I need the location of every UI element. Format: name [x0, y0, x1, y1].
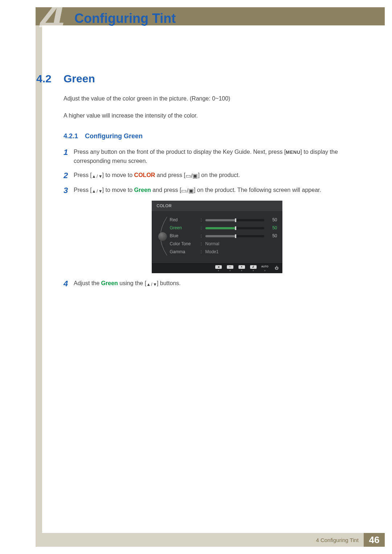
- osd-value: 50: [267, 217, 277, 223]
- colon: :: [200, 233, 203, 239]
- menu-button-label: MENU: [286, 149, 300, 155]
- color-keyword: COLOR: [134, 172, 155, 178]
- step-number: 4: [64, 279, 74, 288]
- osd-minus-icon: −▾: [224, 264, 236, 273]
- osd-value: 50: [267, 233, 277, 239]
- text: ] buttons.: [157, 280, 181, 286]
- osd-label: Blue: [170, 233, 197, 239]
- osd-value: 50: [267, 225, 277, 231]
- palette-icon: [158, 232, 167, 241]
- subsection-title: Configuring Green: [85, 132, 143, 140]
- osd-power-icon: ⏻: [271, 264, 282, 273]
- footer-page-number: 46: [364, 533, 385, 547]
- osd-enter-icon: ↲▾: [248, 264, 259, 273]
- enter-icon: ▭/▣: [185, 172, 198, 181]
- osd-row-gamma: Gamma : Mode1: [170, 248, 277, 256]
- osd-screenshot: COLOR Red : 50 Green: [152, 201, 282, 273]
- osd-auto-icon: AUTO▾: [259, 264, 271, 273]
- left-rail: [36, 25, 42, 533]
- osd-slider: [205, 219, 264, 221]
- footer-label: 4 Configuring Tint: [316, 537, 359, 543]
- text: Press [: [74, 187, 92, 193]
- text: using the [: [118, 280, 146, 286]
- up-down-icon: ▲ / ▼: [92, 188, 102, 195]
- step-1: 1 Press any button on the front of the p…: [64, 148, 370, 166]
- text: ] to move to: [102, 172, 134, 178]
- colon: :: [200, 249, 203, 255]
- text: ] on the product. The following screen w…: [194, 187, 321, 193]
- osd-row-blue: Blue : 50: [170, 232, 277, 240]
- step-number: 2: [64, 171, 74, 180]
- osd-slider: [205, 227, 264, 229]
- chapter-title: Configuring Tint: [74, 11, 176, 26]
- osd-label: Green: [170, 225, 197, 231]
- step-text: Press [▲ / ▼] to move to COLOR and press…: [74, 171, 370, 181]
- enter-icon: ▭/▣: [181, 186, 193, 196]
- osd-text-value: Mode1: [205, 249, 264, 255]
- subsection-heading: 4.2.1 Configuring Green: [64, 131, 370, 141]
- footer-bar: 4 Configuring Tint 46: [36, 533, 385, 547]
- text: and press [: [151, 187, 181, 193]
- step-number: 3: [64, 186, 74, 195]
- osd-label: Red: [170, 217, 197, 223]
- osd-footer: ◂▾ −▾ +▾ ↲▾ AUTO▾ ⏻: [152, 263, 282, 273]
- osd-label: Gamma: [170, 249, 197, 255]
- text: and press [: [155, 172, 185, 178]
- step-3: 3 Press [▲ / ▼] to move to Green and pre…: [64, 186, 370, 196]
- intro-line-1: Adjust the value of the color green in t…: [64, 94, 370, 103]
- osd-label: Color Tone: [170, 241, 197, 247]
- green-keyword: Green: [101, 280, 118, 286]
- osd-plus-icon: +▾: [236, 264, 248, 273]
- osd-row-green: Green : 50: [170, 224, 277, 232]
- step-2: 2 Press [▲ / ▼] to move to COLOR and pre…: [64, 171, 370, 181]
- section-number: 4.2: [36, 73, 52, 85]
- section-title: Green: [64, 73, 95, 85]
- body-content: Adjust the value of the color green in t…: [64, 94, 370, 294]
- colon: :: [200, 217, 203, 223]
- step-4: 4 Adjust the Green using the [▲ / ▼] but…: [64, 279, 370, 288]
- step-text: Press [▲ / ▼] to move to Green and press…: [74, 186, 370, 196]
- osd-side-icon: [157, 216, 170, 256]
- text: ] on the product.: [198, 172, 240, 178]
- subsection-number: 4.2.1: [64, 132, 78, 140]
- text: Adjust the: [74, 280, 101, 286]
- step-text: Press any button on the front of the pro…: [74, 148, 370, 166]
- colon: :: [200, 241, 203, 247]
- up-down-icon: ▲ / ▼: [92, 173, 102, 180]
- osd-row-colortone: Color Tone : Normal: [170, 240, 277, 248]
- osd-rows: Red : 50 Green : 50 Blue :: [170, 216, 277, 256]
- text: ] to move to: [102, 187, 134, 193]
- osd-title: COLOR: [152, 201, 282, 211]
- up-down-icon: ▲ / ▼: [146, 281, 157, 288]
- text: Press any button on the front of the pro…: [74, 149, 286, 155]
- colon: :: [200, 225, 203, 231]
- step-number: 1: [64, 148, 74, 157]
- osd-row-red: Red : 50: [170, 216, 277, 224]
- chapter-number: 4: [40, 0, 64, 40]
- osd-text-value: Normal: [205, 241, 264, 247]
- osd-back-icon: ◂▾: [213, 264, 224, 273]
- step-text: Adjust the Green using the [▲ / ▼] butto…: [74, 279, 370, 288]
- green-keyword: Green: [134, 187, 151, 193]
- text: Press [: [74, 172, 92, 178]
- intro-line-2: A higher value will increase the intensi…: [64, 111, 370, 120]
- osd-slider: [205, 235, 264, 237]
